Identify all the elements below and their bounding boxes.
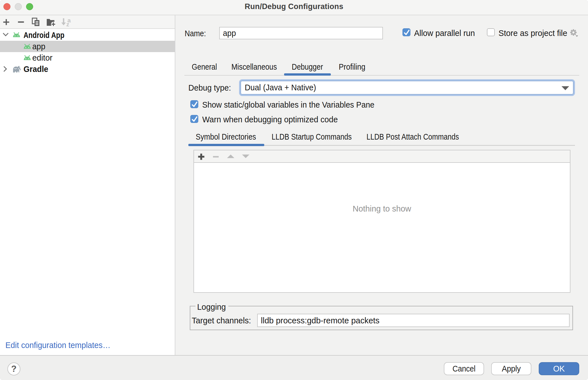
svg-text:z: z — [66, 21, 69, 27]
